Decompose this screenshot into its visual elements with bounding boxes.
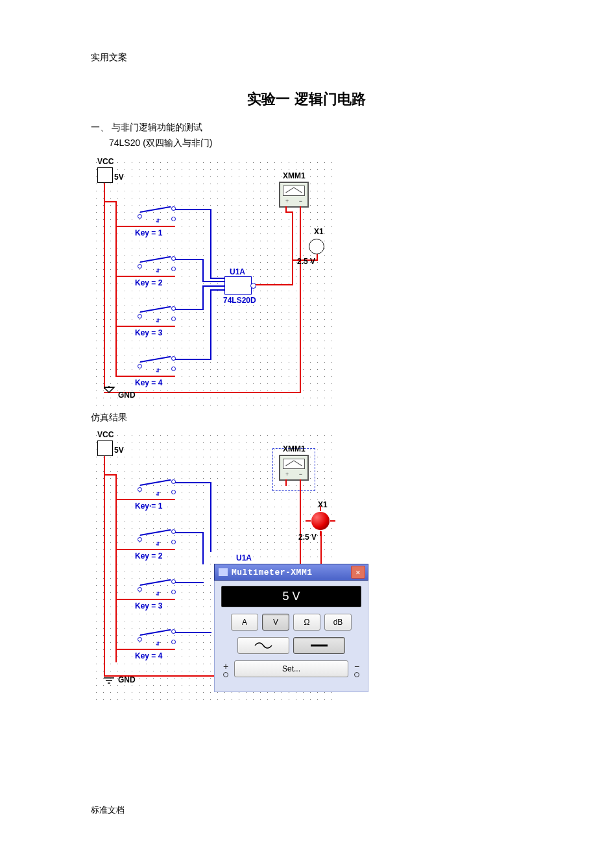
wire xyxy=(256,284,293,285)
dc-icon xyxy=(309,642,329,649)
wire xyxy=(320,531,322,564)
probe-label: X1 xyxy=(314,227,324,236)
ac-button[interactable] xyxy=(237,637,289,654)
vcc-value: 5V xyxy=(114,173,124,182)
wire xyxy=(104,456,105,677)
gate-id: U1A xyxy=(230,267,245,276)
wire xyxy=(115,226,175,227)
section-1-sub: 74LS20 (双四输入与非门) xyxy=(109,138,522,149)
gnd-label: GND xyxy=(118,391,136,400)
unit-volts-button[interactable]: V xyxy=(262,614,289,631)
gate-id: U1A xyxy=(236,553,252,562)
result-label: 仿真结果 xyxy=(91,412,522,424)
vcc-label: VCC xyxy=(97,157,114,166)
wire xyxy=(210,289,211,360)
wire xyxy=(285,211,293,213)
wire xyxy=(175,632,211,633)
section-1-label: 一、 与非门逻辑功能的测试 xyxy=(91,122,522,134)
wire xyxy=(175,532,204,533)
close-icon[interactable]: ✕ xyxy=(351,566,365,579)
wire xyxy=(115,326,175,327)
app-icon xyxy=(219,568,228,576)
probe-lamp-lit xyxy=(311,512,330,530)
wire xyxy=(210,278,224,279)
wire xyxy=(115,549,175,550)
wave-button-row xyxy=(221,637,361,654)
wire xyxy=(175,259,204,260)
gnd-icon xyxy=(104,675,117,687)
gate-part: 74LS20D xyxy=(223,296,256,305)
wire xyxy=(292,211,293,285)
key-3-label: Key = 3 xyxy=(135,328,162,337)
wire xyxy=(175,582,204,583)
wire xyxy=(175,359,211,360)
vcc-value: 5V xyxy=(114,446,124,455)
plus-terminal: + xyxy=(221,661,230,677)
wire xyxy=(285,479,287,486)
wire xyxy=(175,482,211,483)
probe-value: 2.5 V xyxy=(297,257,315,266)
wire xyxy=(115,599,175,600)
vcc-terminal xyxy=(97,440,113,456)
wire xyxy=(202,281,224,282)
dc-button[interactable] xyxy=(293,637,345,654)
circuit-diagram-2: VCC 5V ⇵ Key·= 1 ⇵ Key = 2 ⇵ Key = 3 ⇵ K… xyxy=(90,429,375,701)
multimeter-body: 5 V A V Ω dB + Set... xyxy=(214,581,368,692)
wire xyxy=(104,183,105,389)
wire xyxy=(115,276,175,277)
wire xyxy=(115,201,117,376)
key-3-label: Key = 3 xyxy=(135,601,162,610)
unit-ohms-button[interactable]: Ω xyxy=(293,614,320,631)
key-4-label: Key = 4 xyxy=(135,378,162,387)
wire xyxy=(202,285,224,287)
key-2-label: Key = 2 xyxy=(135,551,162,561)
wire xyxy=(115,474,117,662)
unit-amps-button[interactable]: A xyxy=(231,614,258,631)
wire xyxy=(202,532,204,564)
set-button[interactable]: Set... xyxy=(234,660,348,677)
key-4-label: Key = 4 xyxy=(135,651,162,660)
wire xyxy=(104,201,117,202)
xmm-label: XMM1 xyxy=(283,171,306,180)
vcc-terminal xyxy=(97,167,113,183)
doc-header: 实用文案 xyxy=(91,52,522,64)
minus-terminal: − xyxy=(352,661,361,677)
unit-db-button[interactable]: dB xyxy=(324,614,352,631)
wire xyxy=(175,309,204,310)
vcc-label: VCC xyxy=(97,430,114,439)
multimeter-icon[interactable]: + − xyxy=(279,455,309,481)
key-1-label: Key = 1 xyxy=(135,228,162,237)
doc-footer: 标准文档 xyxy=(91,804,125,816)
circuit-diagram-1: VCC 5V ⇵ Key = 1 ⇵ Key = 2 ⇵ Key = 3 xyxy=(90,156,336,405)
wire xyxy=(202,259,204,282)
wire xyxy=(210,482,211,552)
xmm-label: XMM1 xyxy=(283,444,306,453)
wire xyxy=(210,209,211,279)
probe-value: 2.5 V xyxy=(298,533,317,542)
multimeter-window[interactable]: Multimeter-XMM1 ✕ 5 V A V Ω dB xyxy=(214,564,368,692)
multimeter-icon[interactable]: + − xyxy=(279,182,309,208)
wire xyxy=(115,649,175,650)
sine-icon xyxy=(254,642,273,649)
set-row: + Set... − xyxy=(221,660,361,677)
wire xyxy=(210,289,224,291)
multimeter-title-text: Multimeter-XMM1 xyxy=(232,568,313,577)
unit-button-row: A V Ω dB xyxy=(221,614,361,631)
multimeter-titlebar[interactable]: Multimeter-XMM1 ✕ xyxy=(214,564,368,581)
wire xyxy=(300,206,301,393)
wire xyxy=(300,479,301,564)
wire xyxy=(175,209,211,210)
key-2-label: Key = 2 xyxy=(135,278,162,287)
wire xyxy=(202,285,204,310)
wire xyxy=(115,376,175,377)
probe-lamp xyxy=(309,239,324,254)
gnd-label: GND xyxy=(118,675,136,684)
wire xyxy=(104,474,117,476)
key-1-label: Key·= 1 xyxy=(135,501,162,511)
nand-gate xyxy=(224,276,252,295)
wire xyxy=(115,499,175,500)
page-title: 实验一 逻辑门电路 xyxy=(91,90,522,109)
multimeter-reading: 5 V xyxy=(221,586,361,607)
